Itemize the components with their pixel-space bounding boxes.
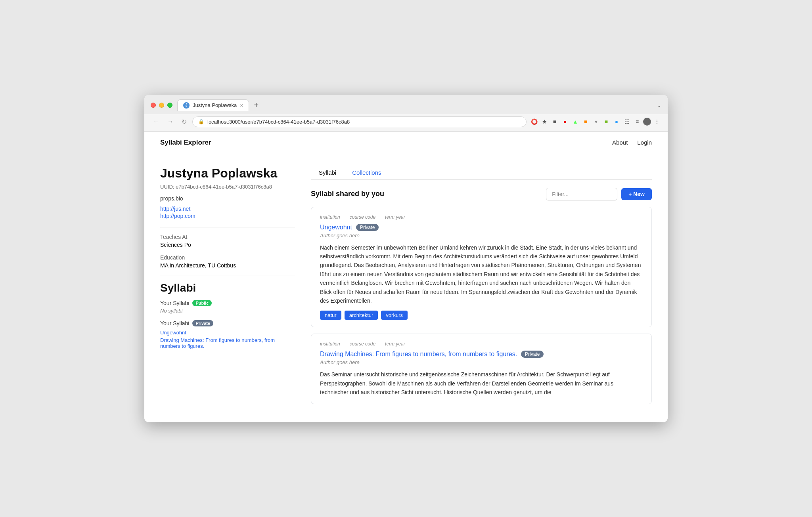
- address-bar[interactable]: 🔒 localhost:3000/user/e7b74bcd-c864-41ee…: [192, 116, 527, 127]
- traffic-light-close[interactable]: [151, 103, 156, 108]
- browser-window: J Justyna Poplawska × + ⌄ ← → ↻ 🔒 localh…: [144, 95, 668, 423]
- card-2-title-link[interactable]: Drawing Machines: From figures to number…: [320, 351, 517, 358]
- extension-icon-6[interactable]: ■: [602, 117, 611, 126]
- card-2-badge: Private: [521, 351, 544, 358]
- main-content: Syllabi Collections Syllabi shared by yo…: [311, 166, 652, 411]
- syllabus-card-2: institution course code term year Drawin…: [311, 334, 652, 404]
- login-link[interactable]: Login: [637, 139, 652, 146]
- tab-favicon: J: [183, 102, 190, 109]
- card-2-term-year: term year: [385, 341, 405, 347]
- section-header: Syllabi shared by you + New: [311, 188, 652, 200]
- sidebar: Justyna Poplawska UUID: e7b74bcd-c864-41…: [160, 166, 295, 411]
- url-text: localhost:3000/user/e7b74bcd-c864-41ee-b…: [207, 119, 521, 125]
- card-1-description: Nach einem Semester im unbewohnten Berli…: [320, 243, 643, 305]
- extension-icon-4[interactable]: ■: [581, 117, 590, 126]
- card-1-course-code: course code: [350, 214, 375, 220]
- sidebar-syllabi-heading: Syllabi: [160, 282, 295, 294]
- card-1-tags: natur architektur vorkurs: [320, 311, 643, 320]
- filter-bar: + New: [546, 188, 652, 200]
- private-badge: Private: [192, 320, 213, 326]
- card-1-institution: institution: [320, 214, 340, 220]
- bookmark-icon[interactable]: ★: [540, 117, 549, 126]
- traffic-light-fullscreen[interactable]: [167, 103, 172, 108]
- share-icon[interactable]: ⭕: [530, 117, 538, 126]
- browser-titlebar: J Justyna Poplawska × + ⌄: [144, 95, 668, 114]
- private-syllabi-item-2[interactable]: Drawing Machines: From figures to number…: [160, 337, 295, 349]
- card-2-institution: institution: [320, 341, 340, 347]
- tabs-bar: Syllabi Collections: [311, 166, 652, 180]
- teaches-at-value: Sciences Po: [160, 242, 295, 248]
- syllabi-public-section: Your Syllabi Public: [160, 300, 295, 306]
- syllabi-public-label: Your Syllabi: [160, 300, 189, 306]
- syllabi-private-label: Your Syllabi: [160, 320, 189, 326]
- user-link-2[interactable]: http://pop.com: [160, 213, 295, 219]
- traffic-lights: [151, 103, 172, 108]
- user-link-1[interactable]: http://jus.net: [160, 206, 295, 212]
- extension-icon-7[interactable]: ●: [612, 117, 621, 126]
- tab-collections[interactable]: Collections: [344, 166, 389, 180]
- extension-icon-5[interactable]: ▾: [592, 117, 600, 126]
- menu-icon[interactable]: ⋮: [653, 117, 661, 126]
- extension-icon-2[interactable]: ●: [561, 117, 569, 126]
- tab-close-icon[interactable]: ×: [240, 103, 243, 108]
- card-2-title-row: Drawing Machines: From figures to number…: [320, 351, 643, 358]
- private-syllabi-list: Ungewohnt Drawing Machines: From figures…: [160, 330, 295, 349]
- toolbar-icons: ⭕ ★ ■ ● ▲ ■ ▾ ■ ● ☷ ≡ ⋮: [530, 117, 661, 126]
- tab-title: Justyna Poplawska: [193, 102, 237, 108]
- browser-toolbar: ← → ↻ 🔒 localhost:3000/user/e7b74bcd-c86…: [144, 114, 668, 131]
- card-1-term-year: term year: [385, 214, 405, 220]
- user-bio: props.bio: [160, 195, 295, 202]
- profile-icon[interactable]: [643, 118, 651, 126]
- card-1-tag-vorkurs[interactable]: vorkurs: [381, 311, 408, 320]
- sidebar-divider-2: [160, 275, 295, 275]
- education-label: Education: [160, 254, 295, 261]
- extension-icon-1[interactable]: ■: [550, 117, 559, 126]
- syllabi-private-section: Your Syllabi Private: [160, 320, 295, 326]
- card-2-course-code: course code: [350, 341, 375, 347]
- teaches-at-label: Teaches At: [160, 234, 295, 240]
- browser-chrome: J Justyna Poplawska × + ⌄ ← → ↻ 🔒 localh…: [144, 95, 668, 132]
- app-nav: About Login: [612, 139, 652, 146]
- card-1-author: Author goes here: [320, 233, 643, 238]
- user-uuid: UUID: e7b74bcd-c864-41ee-b5a7-d3031f76c8…: [160, 184, 295, 190]
- card-1-badge: Private: [356, 224, 379, 231]
- card-1-meta: institution course code term year: [320, 214, 643, 220]
- private-syllabi-item-1[interactable]: Ungewohnt: [160, 330, 295, 336]
- browser-menu-icon[interactable]: ⌄: [657, 102, 661, 108]
- new-tab-button[interactable]: +: [251, 100, 262, 111]
- extension-icon-8[interactable]: ☷: [622, 117, 631, 126]
- user-links: http://jus.net http://pop.com: [160, 206, 295, 219]
- card-1-title-link[interactable]: Ungewohnt: [320, 224, 352, 231]
- user-name: Justyna Poplawska: [160, 166, 295, 181]
- extension-icon-3[interactable]: ▲: [571, 117, 580, 126]
- about-link[interactable]: About: [612, 139, 628, 146]
- card-2-meta: institution course code term year: [320, 341, 643, 347]
- card-2-author: Author goes here: [320, 359, 643, 365]
- refresh-button[interactable]: ↻: [179, 116, 189, 127]
- card-1-tag-natur[interactable]: natur: [320, 311, 341, 320]
- new-button[interactable]: + New: [621, 188, 652, 200]
- browser-tabs: J Justyna Poplawska × +: [177, 99, 652, 111]
- card-1-tag-architektur[interactable]: architektur: [345, 311, 378, 320]
- forward-button[interactable]: →: [165, 116, 176, 127]
- public-badge: Public: [192, 300, 212, 306]
- syllabus-card-1: institution course code term year Ungewo…: [311, 207, 652, 328]
- traffic-light-minimize[interactable]: [159, 103, 164, 108]
- lock-icon: 🔒: [198, 119, 204, 124]
- back-button[interactable]: ←: [151, 116, 162, 127]
- card-1-title-row: Ungewohnt Private: [320, 224, 643, 231]
- tab-syllabi[interactable]: Syllabi: [311, 166, 344, 180]
- app-header: Syllabi Explorer About Login: [144, 132, 668, 154]
- main-layout: Justyna Poplawska UUID: e7b74bcd-c864-41…: [144, 154, 668, 423]
- no-syllabi-text: No syllabi.: [160, 308, 295, 314]
- education-value: MA in Architecture, TU Cottbus: [160, 262, 295, 269]
- section-title: Syllabi shared by you: [311, 190, 384, 198]
- extension-icon-9[interactable]: ≡: [633, 117, 642, 126]
- page-content: Syllabi Explorer About Login Justyna Pop…: [144, 132, 668, 423]
- card-2-description: Das Seminar untersucht historische und z…: [320, 370, 643, 397]
- active-tab[interactable]: J Justyna Poplawska ×: [177, 99, 249, 111]
- sidebar-divider-1: [160, 227, 295, 227]
- app-logo: Syllabi Explorer: [160, 139, 211, 147]
- filter-input[interactable]: [546, 188, 617, 200]
